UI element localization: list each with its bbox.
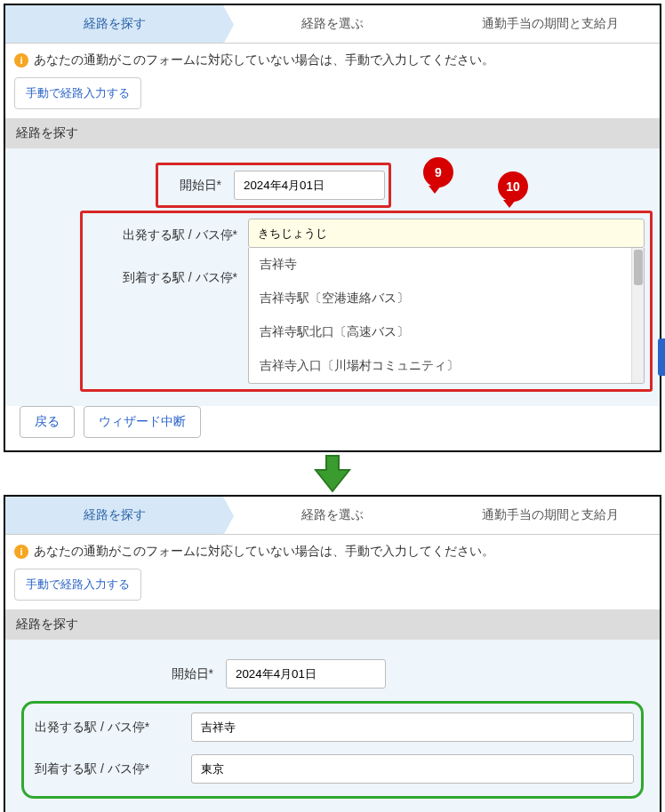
step-3[interactable]: 通勤手当の期間と支給月 bbox=[442, 497, 660, 534]
info-icon: i bbox=[14, 53, 28, 68]
to-station-input[interactable] bbox=[191, 754, 634, 784]
start-date-input[interactable] bbox=[226, 659, 386, 689]
form-area: 開始日* 9 10 出発する駅 / バス停* 到着する駅 / バス停* 吉祥寺 … bbox=[5, 148, 660, 406]
form-area: 開始日* 出発する駅 / バス停* 到着する駅 / バス停* 11 次へ bbox=[5, 640, 660, 812]
label-to: 到着する駅 / バス停* bbox=[88, 270, 237, 286]
blue-strip-icon bbox=[658, 338, 665, 376]
arrow-down-icon bbox=[0, 454, 665, 493]
highlight-completed: 出発する駅 / バス停* 到着する駅 / バス停* bbox=[21, 701, 644, 799]
label-start-date: 開始日* bbox=[160, 178, 234, 194]
highlight-stations: 出発する駅 / バス停* 到着する駅 / バス停* 吉祥寺 吉祥寺駅〔空港連絡バ… bbox=[80, 211, 653, 392]
button-row: 戻る ウィザード中断 bbox=[5, 406, 660, 450]
start-date-input[interactable] bbox=[234, 171, 385, 200]
scrollbar-thumb[interactable] bbox=[634, 250, 643, 285]
section-header: 経路を探す bbox=[5, 118, 660, 148]
suggestion-item[interactable]: 吉祥寺 bbox=[249, 248, 644, 282]
panel-before: 経路を探す 経路を選ぶ 通勤手当の期間と支給月 iあなたの通勤がこのフォームに対… bbox=[4, 4, 661, 452]
step-1[interactable]: 経路を探す bbox=[5, 5, 223, 43]
callout-10: 10 bbox=[498, 171, 528, 202]
cancel-button[interactable]: ウィザード中断 bbox=[84, 406, 201, 438]
step-2[interactable]: 経路を選ぶ bbox=[223, 497, 441, 534]
manual-input-button[interactable]: 手動で経路入力する bbox=[14, 77, 141, 109]
info-text: あなたの通勤がこのフォームに対応していない場合は、手動で入力してください。 bbox=[34, 544, 494, 558]
wizard-steps: 経路を探す 経路を選ぶ 通勤手当の期間と支給月 bbox=[5, 497, 660, 535]
highlight-date: 開始日* bbox=[156, 163, 391, 208]
info-message: iあなたの通勤がこのフォームに対応していない場合は、手動で入力してください。 bbox=[5, 535, 660, 567]
station-labels: 出発する駅 / バス停* 到着する駅 / バス停* bbox=[88, 219, 248, 384]
scrollbar[interactable] bbox=[631, 248, 644, 383]
from-station-input[interactable] bbox=[248, 219, 645, 248]
back-button[interactable]: 戻る bbox=[20, 406, 75, 438]
info-icon: i bbox=[14, 545, 28, 559]
section-header: 経路を探す bbox=[5, 609, 660, 640]
suggestion-item[interactable]: 吉祥寺駅〔空港連絡バス〕 bbox=[249, 282, 644, 315]
from-station-input[interactable] bbox=[191, 712, 634, 742]
manual-input-button[interactable]: 手動で経路入力する bbox=[14, 569, 141, 601]
label-to: 到着する駅 / バス停* bbox=[31, 761, 191, 777]
step-2[interactable]: 経路を選ぶ bbox=[223, 5, 441, 43]
label-start-date: 開始日* bbox=[21, 666, 226, 682]
info-text: あなたの通勤がこのフォームに対応していない場合は、手動で入力してください。 bbox=[34, 52, 494, 67]
info-message: iあなたの通勤がこのフォームに対応していない場合は、手動で入力してください。 bbox=[5, 44, 660, 76]
label-from: 出発する駅 / バス停* bbox=[31, 720, 191, 736]
callout-9: 9 bbox=[423, 157, 453, 187]
step-1[interactable]: 経路を探す bbox=[5, 497, 223, 534]
wizard-steps: 経路を探す 経路を選ぶ 通勤手当の期間と支給月 bbox=[5, 5, 660, 44]
panel-after: 経路を探す 経路を選ぶ 通勤手当の期間と支給月 iあなたの通勤がこのフォームに対… bbox=[4, 495, 661, 812]
label-from: 出発する駅 / バス停* bbox=[88, 227, 237, 243]
suggestion-item[interactable]: 吉祥寺駅北口〔高速バス〕 bbox=[249, 315, 644, 349]
suggestion-dropdown: 吉祥寺 吉祥寺駅〔空港連絡バス〕 吉祥寺駅北口〔高速バス〕 吉祥寺入口〔川場村コ… bbox=[248, 248, 645, 384]
suggestion-item[interactable]: 吉祥寺入口〔川場村コミュニティ〕 bbox=[249, 349, 644, 383]
step-3[interactable]: 通勤手当の期間と支給月 bbox=[442, 5, 660, 43]
